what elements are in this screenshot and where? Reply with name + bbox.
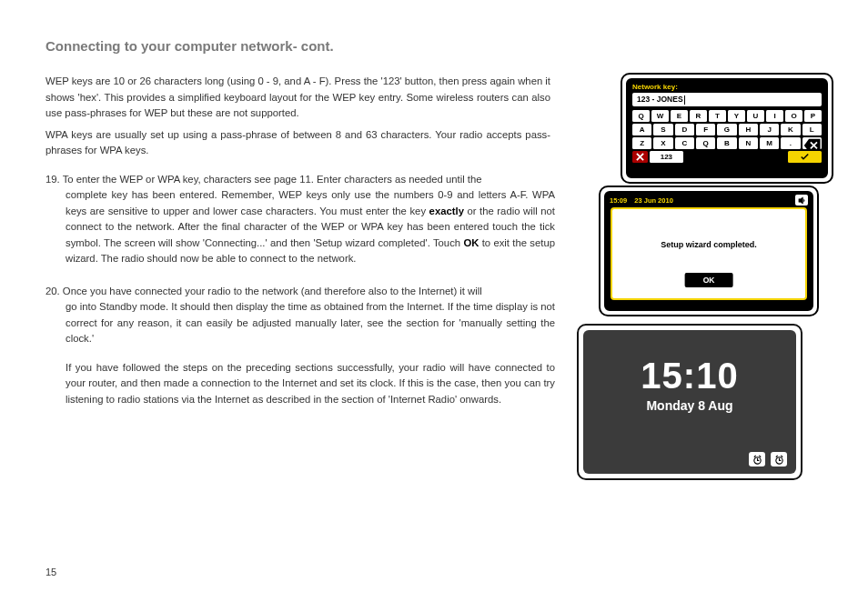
alarm-icon xyxy=(774,455,784,465)
key-r[interactable]: R xyxy=(690,110,707,122)
step-19: 19. To enter the WEP or WPA key, charact… xyxy=(45,172,555,267)
dialog-panel: Setup wizard completed. OK xyxy=(611,207,807,300)
key-d[interactable]: D xyxy=(675,124,694,135)
key-z[interactable]: Z xyxy=(632,137,651,149)
page-title: Connecting to your computer network- con… xyxy=(45,38,823,54)
key-m[interactable]: M xyxy=(760,137,779,149)
screenshot-wizard-complete: 15:09 23 Jun 2010 Setup wizard completed… xyxy=(599,186,819,316)
key-u[interactable]: U xyxy=(747,110,764,122)
para-wep: WEP keys are 10 or 26 characters long (u… xyxy=(45,74,550,122)
wizard-complete-message: Setup wizard completed. xyxy=(612,240,805,249)
key-x[interactable]: X xyxy=(653,137,672,149)
check-icon xyxy=(801,153,809,161)
clock-time: 15:10 xyxy=(583,330,796,396)
key-q[interactable]: Q xyxy=(632,110,650,122)
key-o[interactable]: O xyxy=(785,110,802,122)
screenshot-network-key: Network key: 123 - JONES QWERTYUIOP ASDF… xyxy=(621,73,833,184)
key-t[interactable]: T xyxy=(709,110,726,122)
key-q[interactable]: Q xyxy=(696,137,715,149)
keyboard-row-2: ASDFGHJKL xyxy=(628,124,826,135)
key-c[interactable]: C xyxy=(675,137,694,149)
confirm-key[interactable] xyxy=(788,151,822,163)
text-caret xyxy=(684,95,686,105)
key-f[interactable]: F xyxy=(696,124,715,135)
keyboard-row-3: ZXCQBNM. xyxy=(628,137,826,149)
alarm-2-button[interactable] xyxy=(771,452,787,467)
cancel-key[interactable] xyxy=(632,151,648,163)
clock-date: Monday 8 Aug xyxy=(583,398,796,413)
step-20-number: 20. xyxy=(45,286,60,296)
screenshot-standby-clock: 15:10 Monday 8 Aug xyxy=(577,324,802,480)
intro-text: WEP keys are 10 or 26 characters long (u… xyxy=(45,74,550,159)
key-j[interactable]: J xyxy=(760,124,779,135)
key-a[interactable]: A xyxy=(632,124,651,135)
keyboard-row-1: QWERTYUIOP xyxy=(628,110,826,122)
key-g[interactable]: G xyxy=(717,124,736,135)
step-20: 20. Once you have connected your radio t… xyxy=(45,284,555,408)
step-19-number: 19. xyxy=(45,174,60,185)
emphasis-exactly: exactly xyxy=(429,206,464,216)
alarm-icon xyxy=(752,455,762,465)
status-bar: 15:09 23 Jun 2010 xyxy=(606,193,812,207)
key-l[interactable]: L xyxy=(802,124,822,135)
para-wpa: WPA keys are usually set up using a pass… xyxy=(45,127,550,159)
backspace-key[interactable] xyxy=(802,137,822,149)
status-date: 23 Jun 2010 xyxy=(634,196,673,205)
key-y[interactable]: Y xyxy=(728,110,745,122)
emphasis-ok: OK xyxy=(463,237,479,248)
key-e[interactable]: E xyxy=(671,110,688,122)
network-key-label: Network key: xyxy=(628,80,826,93)
keyboard-row-4: 123 xyxy=(628,151,826,163)
key-w[interactable]: W xyxy=(651,110,669,122)
mode-123-key[interactable]: 123 xyxy=(650,151,683,163)
speaker-icon xyxy=(798,196,806,205)
network-key-input[interactable]: 123 - JONES xyxy=(632,93,822,106)
key-i[interactable]: I xyxy=(766,110,783,122)
ok-button[interactable]: OK xyxy=(685,273,733,287)
speaker-button[interactable] xyxy=(795,195,808,206)
alarm-1-button[interactable] xyxy=(749,452,765,467)
key-n[interactable]: N xyxy=(739,137,758,149)
key-h[interactable]: H xyxy=(739,124,758,135)
key-b[interactable]: B xyxy=(717,137,736,149)
key-s[interactable]: S xyxy=(653,124,672,135)
key-p[interactable]: P xyxy=(804,110,822,122)
x-icon xyxy=(636,153,644,161)
key-k[interactable]: K xyxy=(781,124,800,135)
key-.[interactable]: . xyxy=(781,137,800,149)
page-number: 15 xyxy=(45,567,56,577)
status-time: 15:09 xyxy=(610,196,627,205)
